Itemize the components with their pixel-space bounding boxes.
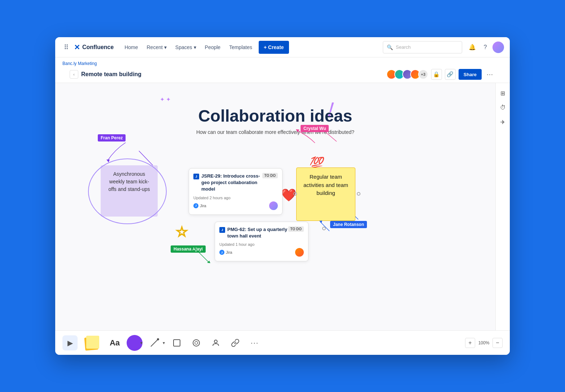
svg-line-9 [151, 339, 158, 347]
confluence-logo-text: Confluence [82, 44, 114, 51]
sticky-note-yellow[interactable]: Regular team activities and team buildin… [296, 167, 355, 221]
bottom-toolbar: ▶ Aa ▾ [55, 330, 510, 355]
jira-icon-2: J [219, 227, 225, 233]
dot-1 [293, 192, 297, 196]
arrow-crystal [304, 129, 326, 147]
user-avatar[interactable] [492, 42, 504, 53]
svg-point-14 [214, 340, 217, 343]
circle-deco [88, 155, 167, 227]
jira-card-1[interactable]: J JSRE-29: Introduce cross-geo project c… [189, 168, 282, 215]
confluence-logo[interactable]: ✕ Confluence [74, 43, 114, 52]
line-dropdown-arrow[interactable]: ▾ [163, 340, 165, 345]
svg-point-6 [88, 159, 166, 224]
table-icon[interactable]: ⊞ [497, 87, 509, 99]
star-deco: ☆ [176, 224, 188, 240]
text-tool[interactable]: Aa [107, 335, 122, 350]
jira-updated-2: Updated 1 hour ago [219, 242, 304, 247]
magic-icon[interactable]: ✈ [497, 116, 509, 128]
smart-link-tool[interactable] [189, 335, 204, 350]
jira-source-icon-2: J [219, 250, 224, 255]
svg-point-10 [157, 338, 159, 340]
arrow-hassana [194, 247, 215, 265]
svg-point-12 [193, 340, 200, 346]
canvas-area: ✦ ✦ Collaboration ideas ! How can our te… [55, 83, 495, 330]
page-title-bar: ‹ Remote team building +3 🔒 🔗 [62, 67, 503, 83]
link-tool[interactable] [228, 335, 243, 350]
nav-recent[interactable]: Recent ▾ [143, 41, 170, 54]
svg-point-13 [195, 341, 198, 344]
people-tool[interactable] [208, 335, 223, 350]
jira-source-icon-1: J [193, 203, 198, 208]
search-icon: 🔍 [387, 44, 393, 50]
dot-3 [322, 227, 326, 230]
jira-card-2[interactable]: J PMG-62: Set up a quarterly town hall e… [215, 222, 308, 261]
line-tool[interactable] [147, 335, 162, 350]
more-button[interactable]: ··· [485, 69, 495, 80]
help-icon[interactable]: ? [479, 42, 491, 53]
search-input[interactable]: 🔍 Search [383, 41, 462, 53]
zoom-controls: + 100% − [465, 338, 503, 348]
lock-icon[interactable]: 🔒 [431, 69, 442, 80]
nav-templates[interactable]: Templates [225, 41, 256, 54]
avatar-count[interactable]: +3 [418, 69, 428, 79]
color-dropdown-arrow[interactable]: ▾ [140, 340, 143, 345]
title-right: +3 🔒 🔗 Share ··· [386, 69, 495, 80]
zoom-in-button[interactable]: + [465, 338, 475, 348]
canvas-subtitle: How can our team collaborate more effect… [196, 129, 354, 135]
nav-icon-group: 🔔 ? [467, 42, 504, 53]
app-window: ⠿ ✕ Confluence Home Recent ▾ Spaces ▾ Pe… [55, 37, 510, 355]
jira-footer-1: J Jira [193, 201, 278, 210]
people-icon [211, 339, 220, 347]
create-button[interactable]: + Create [259, 41, 289, 54]
jira-status-2: TO DO [288, 226, 304, 232]
grid-icon[interactable]: ⠿ [61, 42, 71, 52]
whiteboard-canvas[interactable]: ✦ ✦ Collaboration ideas ! How can our te… [55, 83, 495, 330]
play-icon: ▶ [67, 339, 73, 347]
arrow-jane [319, 220, 337, 238]
jira-updated-1: Updated 2 hours ago [193, 196, 278, 200]
more-tools[interactable]: ··· [247, 335, 262, 350]
line-tool-group: ▾ [147, 335, 165, 350]
link-icon-bt [231, 339, 240, 347]
right-toolbar: ⊞ ⏱ ✈ [495, 83, 510, 330]
jira-card-2-title: PMG-62: Set up a quarterly town hall eve… [227, 226, 288, 239]
jira-status-1: TO DO [262, 173, 278, 178]
nav-people[interactable]: People [201, 41, 224, 54]
chevron-down-icon: ▾ [164, 44, 167, 50]
nav-spaces[interactable]: Spaces ▾ [172, 41, 200, 54]
content-area: Banc.ly Marketing ‹ Remote team building [55, 57, 510, 355]
timer-icon[interactable]: ⏱ [497, 102, 509, 113]
notifications-icon[interactable]: 🔔 [467, 42, 478, 53]
avatar-group: +3 [386, 69, 428, 79]
breadcrumb: Banc.ly Marketing [62, 61, 503, 67]
zoom-level: 100% [476, 340, 492, 345]
jira-card-1-title: JSRE-29: Introduce cross-geo project col… [201, 173, 262, 193]
sparkle-deco: ✦ ✦ [160, 96, 171, 103]
link-icon[interactable]: 🔗 [445, 69, 456, 80]
chevron-down-icon: ▾ [194, 44, 196, 50]
jira-footer-2: J Jira [219, 248, 304, 257]
jira-source-1: J Jira [193, 203, 206, 208]
line-icon [149, 337, 160, 349]
jira-user-avatar-2 [295, 248, 304, 257]
dot-2 [357, 192, 360, 196]
confluence-logo-icon: ✕ [74, 43, 80, 52]
sticky-light-sample [86, 336, 99, 349]
svg-rect-11 [174, 340, 180, 346]
zoom-out-button[interactable]: − [492, 338, 503, 348]
navbar: ⠿ ✕ Confluence Home Recent ▾ Spaces ▾ Pe… [55, 37, 510, 57]
jira-user-avatar-1 [269, 201, 278, 210]
jira-source-2: J Jira [219, 250, 232, 255]
breadcrumb-parent[interactable]: Banc.ly Marketing [62, 61, 97, 66]
shape-icon [172, 339, 181, 347]
share-button[interactable]: Share [459, 69, 482, 80]
smart-link-icon [192, 339, 201, 347]
jira-icon-1: J [193, 174, 199, 179]
shape-tool[interactable] [169, 335, 184, 350]
color-tool-group: ▾ [127, 335, 143, 351]
sidebar-toggle[interactable]: ‹ [70, 70, 78, 79]
page-title: Remote team building [81, 71, 141, 78]
pointer-tool[interactable]: ▶ [62, 335, 78, 350]
nav-home[interactable]: Home [121, 41, 141, 54]
stickies-tool[interactable] [82, 334, 103, 352]
